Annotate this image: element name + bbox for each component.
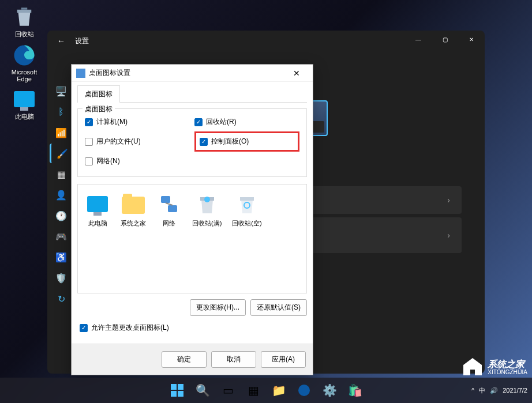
taskbar-settings[interactable]: ⚙️: [318, 379, 341, 402]
dialog-close-button[interactable]: ✕: [285, 66, 308, 81]
widgets-button[interactable]: ▦: [242, 379, 265, 402]
chevron-right-icon: ›: [447, 231, 450, 240]
checkbox-icon: ✓: [200, 138, 208, 146]
apps-icon: ▦: [57, 169, 66, 180]
desktop-icon-this-pc[interactable]: 此电脑: [5, 87, 44, 121]
taskbar: 🔍 ▭ ▦ 📁 ⚙️ 🛍️ ^ 中 🔊 2021/7/2: [0, 378, 532, 403]
preview-this-pc[interactable]: 此电脑: [85, 191, 110, 228]
sidebar-item-bluetooth[interactable]: ᛒ: [50, 102, 73, 122]
dialog-titlebar: 桌面图标设置 ✕: [72, 65, 313, 82]
svg-line-3: [166, 203, 173, 205]
shield-icon: 🛡️: [55, 273, 67, 284]
sidebar-item-privacy[interactable]: 🛡️: [50, 268, 73, 288]
desktop-icon-recycle-bin[interactable]: 回收站: [5, 5, 44, 39]
settings-titlebar: ← 设置 — ▢ ✕: [47, 31, 485, 51]
sidebar-item-time[interactable]: 🕐: [50, 206, 73, 225]
back-button[interactable]: ←: [52, 32, 70, 50]
display-icon: 🖥️: [55, 86, 67, 97]
tray-volume-icon[interactable]: 🔊: [490, 387, 498, 394]
maximize-button[interactable]: ▢: [432, 31, 458, 48]
checkbox-label: 控制面板(O): [211, 137, 249, 146]
checkbox-label: 计算机(M): [96, 117, 128, 127]
sidebar-item-gaming[interactable]: 🎮: [50, 227, 73, 246]
preview-label: 回收站(满): [192, 219, 222, 228]
watermark-url: XITONGZHIJIA: [488, 369, 527, 375]
icon-preview-box: 此电脑 系统之家 网络 回收站(满): [77, 184, 307, 293]
sidebar-item-personalize[interactable]: 🖌️: [50, 144, 73, 163]
checkbox-user-files[interactable]: 用户的文件(U): [85, 131, 190, 152]
system-tray[interactable]: ^ 中 🔊 2021/7/2: [471, 378, 527, 403]
checkbox-computer[interactable]: ✓ 计算机(M): [85, 117, 190, 127]
watermark-name: 系统之家: [488, 359, 527, 370]
start-button[interactable]: [166, 379, 189, 402]
search-button[interactable]: 🔍: [191, 379, 214, 402]
checkbox-label: 网络(N): [96, 156, 120, 166]
sidebar-item-display[interactable]: 🖥️: [50, 81, 73, 101]
change-icon-button[interactable]: 更改图标(H)...: [190, 299, 246, 316]
svg-point-10: [298, 385, 310, 396]
accessibility-icon: ♿: [55, 252, 67, 263]
checkbox-network[interactable]: 网络(N): [85, 156, 190, 166]
preview-label: 系统之家: [121, 219, 146, 228]
task-view-button[interactable]: ▭: [216, 379, 239, 402]
close-button[interactable]: ✕: [458, 31, 485, 48]
preview-bin-empty[interactable]: 回收站(空): [232, 191, 261, 228]
dialog-icon: [76, 69, 85, 78]
checkbox-allow-theme[interactable]: ✓ 允许主题更改桌面图标(L): [80, 323, 307, 333]
desktop-icon-settings-dialog: 桌面图标设置 ✕ 桌面图标 桌面图标 ✓ 计算机(M) ✓ 回收站(R) 用户的…: [71, 64, 313, 375]
tab-desktop-icons[interactable]: 桌面图标: [77, 85, 120, 103]
preview-sys-home[interactable]: 系统之家: [121, 191, 146, 228]
desktop-icons-group: 桌面图标 ✓ 计算机(M) ✓ 回收站(R) 用户的文件(U) ✓: [77, 108, 307, 177]
svg-rect-2: [168, 205, 177, 212]
sidebar-item-accounts[interactable]: 👤: [50, 185, 73, 205]
sidebar-item-network[interactable]: 📶: [50, 123, 73, 142]
apply-button[interactable]: 应用(A): [261, 351, 306, 368]
preview-label: 网络: [163, 219, 175, 228]
tray-chevron-icon[interactable]: ^: [471, 387, 474, 394]
checkbox-label: 用户的文件(U): [96, 137, 141, 146]
desktop-icons: 回收站 Microsoft Edge 此电脑: [5, 5, 44, 121]
bluetooth-icon: ᛒ: [58, 107, 64, 117]
checkbox-control-panel[interactable]: ✓ 控制面板(O): [200, 137, 249, 146]
desktop-icon-label: Microsoft Edge: [5, 69, 44, 82]
wifi-icon: 📶: [55, 127, 67, 138]
group-title: 桌面图标: [83, 104, 115, 114]
watermark: 系统之家 XITONGZHIJIA: [461, 357, 527, 378]
taskbar-store[interactable]: 🛍️: [343, 379, 366, 402]
ok-button[interactable]: 确定: [162, 351, 207, 368]
preview-network[interactable]: 网络: [156, 191, 182, 228]
restore-default-button[interactable]: 还原默认值(S): [250, 299, 307, 316]
dialog-title: 桌面图标设置: [89, 68, 285, 78]
checkbox-recycle[interactable]: ✓ 回收站(R): [194, 117, 299, 127]
brush-icon: 🖌️: [57, 148, 68, 159]
tray-ime-icon[interactable]: 中: [479, 386, 485, 395]
dialog-body: 桌面图标 桌面图标 ✓ 计算机(M) ✓ 回收站(R) 用户的文件(U): [72, 82, 313, 344]
network-icon: [156, 191, 182, 217]
taskbar-edge[interactable]: [293, 379, 316, 402]
sidebar-item-update[interactable]: ↻: [50, 289, 73, 308]
recycle-bin-empty-icon: [234, 191, 260, 217]
gamepad-icon: 🎮: [55, 231, 67, 242]
recycle-bin-icon: [12, 5, 36, 29]
checkbox-icon: [85, 138, 93, 146]
taskbar-explorer[interactable]: 📁: [267, 379, 290, 402]
monitor-icon: [12, 87, 36, 111]
cancel-button[interactable]: 取消: [211, 351, 256, 368]
preview-bin-full[interactable]: 回收站(满): [192, 191, 222, 228]
tab-header: 桌面图标: [77, 85, 307, 103]
watermark-text: 系统之家 XITONGZHIJIA: [488, 359, 527, 376]
sidebar-item-accessibility[interactable]: ♿: [50, 247, 73, 267]
svg-rect-7: [178, 384, 183, 390]
icon-action-buttons: 更改图标(H)... 还原默认值(S): [77, 299, 307, 316]
minimize-button[interactable]: —: [405, 31, 432, 48]
desktop-icon-edge[interactable]: Microsoft Edge: [5, 43, 44, 82]
edge-icon: [12, 43, 36, 67]
svg-rect-8: [171, 391, 177, 397]
sidebar-item-apps[interactable]: ▦: [50, 164, 73, 184]
svg-point-4: [204, 197, 210, 202]
tray-date[interactable]: 2021/7/2: [503, 387, 527, 394]
monitor-icon: [85, 191, 110, 217]
watermark-logo-icon: [461, 357, 484, 378]
update-icon: ↻: [58, 293, 65, 304]
window-controls: — ▢ ✕: [405, 31, 485, 48]
